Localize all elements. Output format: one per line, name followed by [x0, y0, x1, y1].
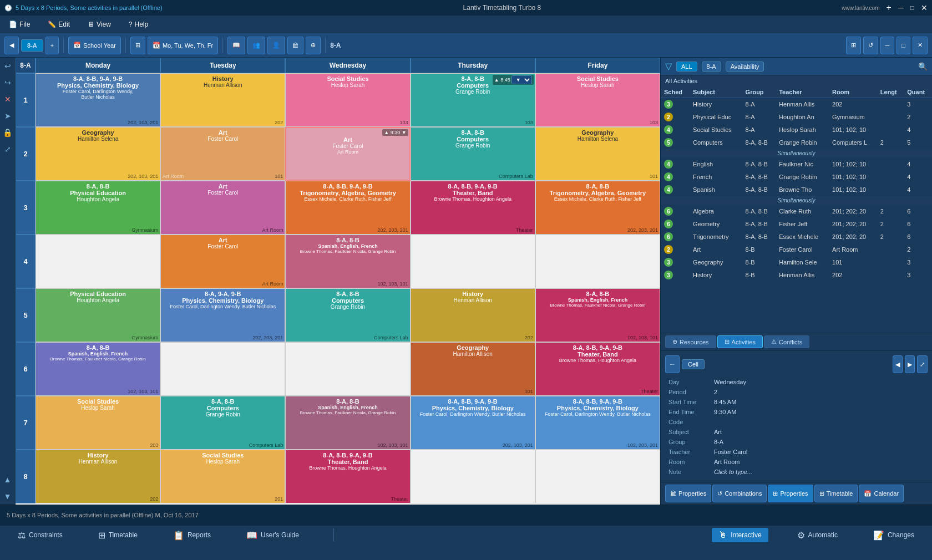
cell-thu-8[interactable] [411, 450, 535, 503]
cell-fri-1[interactable]: Social Studies Heslop Sarah 103 [535, 73, 660, 127]
table-row[interactable]: 3 History 8-B Henman Allis 202 3 [661, 269, 932, 282]
cell-wed-1[interactable]: Social Studies Heslop Sarah 103 [285, 73, 410, 127]
cell-tue-7[interactable]: 8-A, 8-B Computers Grange Robin Computer… [160, 396, 285, 450]
menu-file[interactable]: 📄 File [4, 18, 34, 30]
menu-view[interactable]: 🖥 View [83, 18, 115, 30]
rooms-tab-btn[interactable]: 🏛 Properties [665, 485, 711, 502]
cell-thu-5[interactable]: History Henman Allison 202 [411, 288, 535, 342]
cell-fri-4[interactable] [535, 235, 660, 288]
cell-tue-2[interactable]: Art Foster Carol 101 Art Room [160, 127, 285, 181]
cell-tue-4[interactable]: Art Foster Carol Art Room [160, 235, 285, 288]
cell-fri-8[interactable] [535, 450, 660, 503]
add-tab-btn[interactable]: + [45, 37, 59, 54]
table-row[interactable]: 4 English 8-A, 8-B Faulkner Nic 101; 102… [661, 158, 932, 171]
sidebar-move[interactable]: ⤢ [2, 143, 14, 155]
sidebar-arrow[interactable]: ➤ [2, 110, 14, 122]
table-row[interactable]: 6 Trigonometry 8-A, 8-B Essex Michele 20… [661, 231, 932, 243]
interactive-btn[interactable]: 🖱 Interactive [712, 528, 768, 542]
cell-tue-6[interactable] [160, 342, 285, 396]
toolbar-right-btn4[interactable]: □ [896, 37, 910, 54]
time-selector[interactable]: ▼ [511, 75, 532, 84]
constraints-btn[interactable]: ⚖ Constraints [11, 528, 69, 543]
table-row[interactable]: 2 Art 8-B Foster Carol Art Room 2 [661, 243, 932, 256]
sidebar-lock[interactable]: 🔒 [2, 126, 14, 139]
table-row[interactable]: 4 Spanish 8-A, 8-B Browne Tho 101; 102; … [661, 184, 932, 196]
cell-tue-8[interactable]: Social Studies Heslop Sarah 201 [160, 450, 285, 503]
cell-mon-7[interactable]: Social Studies Heslop Sarah 203 [36, 396, 160, 450]
detail-back-btn[interactable]: ← [665, 355, 680, 373]
cell-wed-6[interactable] [285, 342, 410, 396]
time-indicator[interactable]: ▲ 8:45 ▼ [493, 75, 534, 85]
activities-table[interactable]: Sched Subject Group Teacher Room Lengt Q… [661, 86, 932, 333]
reports-btn[interactable]: 📋 Reports [166, 528, 217, 543]
cell-thu-1[interactable]: 8-A, 8-B Computers Grange Robin ▲ 8:45 ▼… [411, 73, 535, 127]
detail-next-btn[interactable]: ▶ [905, 355, 915, 373]
cell-fri-6[interactable]: 8-A, 8-B, 9-A, 9-B Theater, Band Browne … [535, 342, 660, 396]
sidebar-undo[interactable]: ↩ [2, 60, 14, 72]
nav-prev-btn[interactable]: ◀ [4, 37, 19, 54]
tt-view-btn[interactable]: ⊞ Timetable [814, 485, 858, 502]
cell-wed-4[interactable]: 8-A, 8-B Spanish, English, French Browne… [285, 235, 410, 288]
cell-thu-7[interactable]: 8-A, 8-B, 9-A, 9-B Physics, Chemistry, B… [411, 396, 535, 450]
table-row[interactable]: 5 Computers 8-A, 8-B Grange Robin Comput… [661, 136, 932, 149]
cell-mon-4[interactable] [36, 235, 160, 288]
changes-btn[interactable]: 📝 Changes [867, 528, 921, 543]
cell-wed-8[interactable]: 8-A, 8-B, 9-A, 9-B Theater, Band Browne … [285, 450, 410, 503]
menu-help[interactable]: ? Help [124, 18, 153, 30]
detail-expand-btn[interactable]: ⤢ [917, 355, 928, 373]
table-row[interactable]: 2 Physical Educ 8-A Houghton An Gymnasiu… [661, 111, 932, 124]
timetable-view-btn[interactable]: ⊞ [130, 37, 145, 54]
table-row[interactable]: 3 Geography 8-B Hamilton Sele 101 3 [661, 256, 932, 269]
building-btn[interactable]: 🏛 [287, 37, 303, 54]
toolbar-right-btn1[interactable]: ⊞ [846, 37, 861, 54]
table-row[interactable]: 6 Geometry 8-A, 8-B Fisher Jeff 201; 202… [661, 218, 932, 231]
users-guide-btn[interactable]: 📖 User's Guide [240, 528, 306, 543]
cell-fri-3[interactable]: 8-A, 8-B Trigonometry, Algebra, Geometry… [535, 181, 660, 235]
cell-tue-3[interactable]: Art Foster Carol Art Room [160, 181, 285, 235]
cell-tue-5[interactable]: 8-A, 9-A, 9-B Physics, Chemistry, Biolog… [160, 288, 285, 342]
cell-fri-7[interactable]: 8-A, 8-B, 9-A, 9-B Physics, Chemistry, B… [535, 396, 660, 450]
cal-view-btn[interactable]: 📅 Calendar [859, 485, 904, 502]
cell-thu-2[interactable]: 8-A, 8-B Computers Grange Robin Computer… [411, 127, 535, 181]
properties-btn[interactable]: ⊞ Properties [768, 485, 813, 502]
school-year-btn[interactable]: 📅 School Year [68, 37, 121, 54]
conflicts-tab[interactable]: ⚠ Conflicts [764, 335, 809, 348]
cell-mon-6[interactable]: 8-A, 8-B Spanish, English, French Browne… [36, 342, 160, 396]
menu-edit[interactable]: ✏️ Edit [43, 18, 74, 30]
cell-fri-5[interactable]: 8-A, 8-B Spanish, English, French Browne… [535, 288, 660, 342]
person-btn[interactable]: 👤 [267, 37, 285, 54]
timetable-btn[interactable]: ⊞ Timetable [92, 528, 144, 543]
sidebar-redo[interactable]: ↪ [2, 77, 14, 89]
toolbar-right-btn5[interactable]: ✕ [913, 37, 928, 54]
filter-avail-btn[interactable]: Availability [726, 62, 764, 72]
sidebar-down[interactable]: ▼ [2, 490, 14, 502]
calendar-view-btn[interactable]: 📆 Mo, Tu, We, Th, Fr [148, 37, 218, 54]
maximize-btn[interactable]: □ [910, 4, 914, 12]
toolbar-right-btn2[interactable]: ↺ [863, 37, 878, 54]
cell-wed-2[interactable]: ▲ 9:30 ▼ Art Foster Carol Art Room [285, 127, 410, 181]
combinations-btn[interactable]: ↺ Combinations [712, 485, 767, 502]
cell-wed-7[interactable]: 8-A, 8-B Spanish, English, French Browne… [285, 396, 410, 450]
cell-thu-3[interactable]: 8-A, 8-B, 9-A, 9-B Theater, Band Browne … [411, 181, 535, 235]
filter-all-btn[interactable]: ALL [676, 62, 697, 72]
resources-tab[interactable]: ⊕ Resources [665, 335, 716, 348]
table-row[interactable]: 4 Social Studies 8-A Heslop Sarah 101; 1… [661, 124, 932, 136]
cell-thu-6[interactable]: Geography Hamilton Allison 101 [411, 342, 535, 396]
minimize-btn[interactable]: ─ [898, 3, 904, 12]
cell-mon-2[interactable]: Geography Hamilton Selena 202, 103, 201 [36, 127, 160, 181]
table-row[interactable]: 4 French 8-A, 8-B Grange Robin 101; 102;… [661, 171, 932, 184]
sidebar-up[interactable]: ▲ [2, 474, 14, 486]
toolbar-right-btn3[interactable]: ─ [880, 37, 895, 54]
detail-cell-tab[interactable]: Cell [682, 359, 705, 369]
cell-thu-4[interactable] [411, 235, 535, 288]
book-btn[interactable]: 📖 [227, 37, 245, 54]
filter-8a-btn[interactable]: 8-A [702, 62, 721, 72]
cell-tue-1[interactable]: History Henman Allison 202 [160, 73, 285, 127]
activities-tab[interactable]: ⊞ Activities [717, 335, 763, 348]
table-row[interactable]: 3 History 8-A Henman Allis 202 3 [661, 98, 932, 111]
detail-prev-btn[interactable]: ◀ [893, 355, 903, 373]
automatic-btn[interactable]: ⚙ Automatic [791, 528, 844, 543]
network-btn[interactable]: ⊕ [306, 37, 321, 54]
cell-wed-3[interactable]: 8-A, 8-B, 9-A, 9-B Trigonometry, Algebra… [285, 181, 410, 235]
add-btn[interactable]: + [886, 3, 891, 13]
